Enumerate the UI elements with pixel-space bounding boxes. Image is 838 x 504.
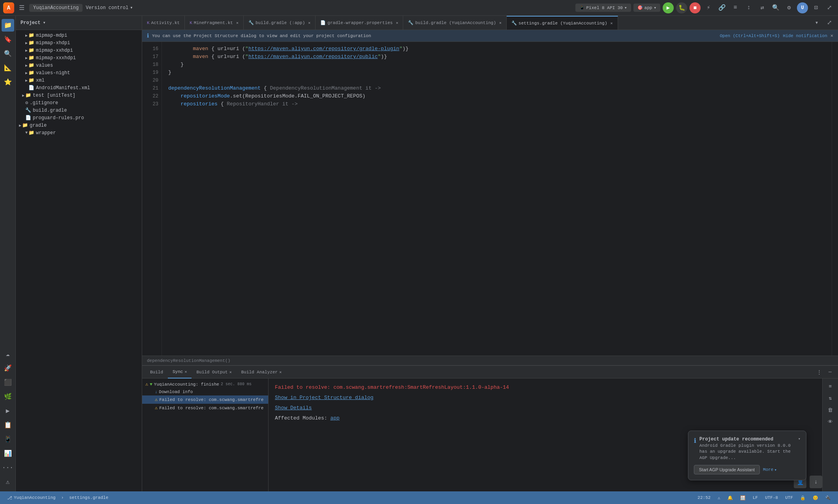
sidebar-icon-device[interactable]: 📱 xyxy=(2,433,14,446)
sidebar-icon-deploy[interactable]: 🚀 xyxy=(2,362,14,375)
status-power[interactable]: 🔌 xyxy=(823,491,833,504)
build-delete-button[interactable]: 🗑 xyxy=(826,405,835,415)
build-tab-close-icon[interactable]: ✕ xyxy=(184,369,187,374)
status-os[interactable]: 🪟 xyxy=(738,491,748,504)
build-tab-analyzer[interactable]: Build Analyzer ✕ xyxy=(237,366,286,378)
list-item[interactable]: ▶ 📁 values-night xyxy=(16,69,142,77)
list-item[interactable]: ▼ 📁 wrapper xyxy=(16,129,142,137)
tab-build-gradle-yuqian[interactable]: 🔧 build.gradle (YuqianAccounting) ✕ xyxy=(403,16,507,30)
translate-button[interactable]: ⇄ xyxy=(757,2,768,13)
tab-activity-kt[interactable]: K Activity.kt xyxy=(142,16,185,30)
notification-close-button[interactable]: ✕ xyxy=(830,33,833,39)
sidebar-icon-favorites[interactable]: ⭐ xyxy=(2,76,14,88)
build-expand-button[interactable]: ⇅ xyxy=(826,393,835,403)
sidebar-icon-terminal[interactable]: ⬛ xyxy=(2,376,14,389)
list-item[interactable]: ▶ 📄 AndroidManifest.xml xyxy=(16,84,142,92)
status-notifications[interactable]: 🔔 xyxy=(725,491,735,504)
task-manager-button[interactable]: ≡ xyxy=(730,2,741,13)
status-indent[interactable]: UTF xyxy=(783,491,795,504)
settings-button[interactable]: ⚙ xyxy=(784,2,795,13)
sync-button[interactable]: ↕ xyxy=(743,2,754,13)
sidebar-icon-bookmarks[interactable]: 🔖 xyxy=(2,33,14,46)
list-item[interactable]: ▶ 📁 test [unitTest] xyxy=(16,92,142,99)
sidebar-icon-cloud[interactable]: ☁ xyxy=(2,348,14,360)
notification-open-link[interactable]: Open (Ctrl+Alt+Shift+S) xyxy=(720,34,780,38)
project-header-dropdown[interactable]: ▾ xyxy=(43,20,45,26)
list-item[interactable]: ▶ 📁 xml xyxy=(16,77,142,84)
sidebar-icon-problems[interactable]: ⚠ xyxy=(2,476,14,488)
tab-expand-button[interactable]: ⤢ xyxy=(824,17,835,28)
sidebar-icon-git[interactable]: 🌿 xyxy=(2,390,14,403)
list-item[interactable]: ↓ Download info xyxy=(142,388,268,395)
tab-close-icon[interactable]: ✕ xyxy=(611,21,613,26)
sidebar-icon-run[interactable]: ▶ xyxy=(2,405,14,417)
tab-close-icon[interactable]: ✕ xyxy=(236,21,239,25)
version-control-selector[interactable]: Version control ▾ xyxy=(86,5,133,11)
sidebar-icon-more[interactable]: ··· xyxy=(2,461,14,474)
tab-close-icon[interactable]: ✕ xyxy=(499,21,502,25)
sidebar-icon-find[interactable]: 🔍 xyxy=(2,47,14,60)
list-item[interactable]: ▶ 📁 mipmap-xxhdpi xyxy=(16,47,142,54)
show-details-link[interactable]: Show Details xyxy=(275,405,312,411)
menu-icon[interactable]: ☰ xyxy=(17,2,26,13)
device-selector[interactable]: 📱 Pixel 8 API 30 ▾ xyxy=(575,4,631,12)
build-filter-button[interactable]: ≡ xyxy=(826,382,835,391)
build-tab-close-icon[interactable]: ✕ xyxy=(279,370,282,375)
sidebar-icon-profiler[interactable]: 📊 xyxy=(2,447,14,460)
list-item[interactable]: ▶ 🔧 build.gradle xyxy=(16,107,142,114)
popup-expand-icon[interactable]: ▾ xyxy=(798,437,800,441)
tab-settings-gradle-yuqian[interactable]: 🔧 settings.gradle (YuqianAccounting) ✕ xyxy=(507,16,618,30)
stop-button[interactable]: ■ xyxy=(690,2,701,13)
app-run-config[interactable]: 🎯 app ▾ xyxy=(633,4,660,12)
status-file[interactable]: settings.gradle xyxy=(67,491,111,504)
notification-hide-link[interactable]: Hide notification xyxy=(783,34,827,38)
tab-close-icon[interactable]: ✕ xyxy=(396,21,398,25)
build-options-button[interactable]: ⋮ xyxy=(814,367,824,377)
status-encoding[interactable]: UTF-8 xyxy=(763,491,780,504)
user-avatar[interactable]: U xyxy=(797,2,808,13)
floating-download-icon[interactable]: ↓ xyxy=(810,476,822,488)
ide-layout-button[interactable]: ⊡ xyxy=(810,2,821,13)
build-minimize-button[interactable]: — xyxy=(825,367,835,377)
list-item[interactable]: ⚠ Failed to resolve: com.scwang.smartref… xyxy=(142,404,268,412)
build-tab-build[interactable]: Build xyxy=(145,366,168,378)
sidebar-icon-logcat[interactable]: 📋 xyxy=(2,419,14,431)
status-position[interactable]: 22:52 xyxy=(695,491,713,504)
code-content[interactable]: maven { url=uri ("https://maven.aliyun.c… xyxy=(162,42,832,356)
list-item[interactable]: ▶ 📁 mipmap-mdpi xyxy=(16,32,142,39)
list-item[interactable]: ▶ ⚙ .gitignore xyxy=(16,99,142,107)
debug-button[interactable]: 🐛 xyxy=(676,2,687,13)
list-item[interactable]: ▶ 📁 values xyxy=(16,62,142,69)
start-agp-upgrade-button[interactable]: Start AGP Upgrade Assistant xyxy=(694,465,760,474)
attach-debugger-button[interactable]: 🔗 xyxy=(716,2,727,13)
list-item[interactable]: ▶ 📄 proguard-rules.pro xyxy=(16,114,142,122)
profile-button[interactable]: ⚡ xyxy=(703,2,714,13)
build-tab-close-icon[interactable]: ✕ xyxy=(229,370,232,375)
list-item[interactable]: ⚠ ▼ YuqianAccounting: finishe 2 sec. 880… xyxy=(142,380,268,388)
status-feedback[interactable]: 😊 xyxy=(810,491,821,504)
build-tab-sync[interactable]: Sync ✕ xyxy=(168,366,192,378)
tab-gradle-wrapper-props[interactable]: 📄 gradle-wrapper.properties ✕ xyxy=(316,16,403,30)
status-git-branch[interactable]: ⎇ YuqianAccounting xyxy=(5,491,58,504)
sidebar-icon-structure[interactable]: 📐 xyxy=(2,62,14,74)
build-eye-button[interactable]: 👁 xyxy=(826,417,835,427)
project-name[interactable]: YuqianAccounting xyxy=(29,4,83,12)
search-button[interactable]: 🔍 xyxy=(770,2,781,13)
sidebar-icon-project[interactable]: 📁 xyxy=(2,19,14,32)
affected-module-app-link[interactable]: app xyxy=(330,415,339,421)
tab-settings-button[interactable]: ▾ xyxy=(811,17,822,28)
status-warnings[interactable]: ⚠ xyxy=(715,491,723,504)
status-gpl[interactable]: 🔒 xyxy=(798,491,808,504)
tab-mine-fragment[interactable]: K MineFragment.kt ✕ xyxy=(185,16,244,30)
status-line-separator[interactable]: LF xyxy=(750,491,760,504)
restore-button[interactable]: ⤢ xyxy=(824,2,835,13)
list-item[interactable]: ▶ 📁 gradle xyxy=(16,122,142,129)
run-button[interactable]: ▶ xyxy=(663,2,674,13)
list-item[interactable]: ▶ 📁 mipmap-xxxhdpi xyxy=(16,54,142,62)
tab-close-icon[interactable]: ✕ xyxy=(308,21,310,25)
show-project-structure-link[interactable]: Show in Project Structure dialog xyxy=(275,395,374,401)
popup-more-button[interactable]: More ▾ xyxy=(763,467,777,472)
list-item[interactable]: ⚠ Failed to resolve: com.scwang.smartref… xyxy=(142,395,268,404)
tab-build-gradle-app[interactable]: 🔧 build.gradle (:app) ✕ xyxy=(244,16,316,30)
list-item[interactable]: ▶ 📁 mipmap-xhdpi xyxy=(16,39,142,47)
